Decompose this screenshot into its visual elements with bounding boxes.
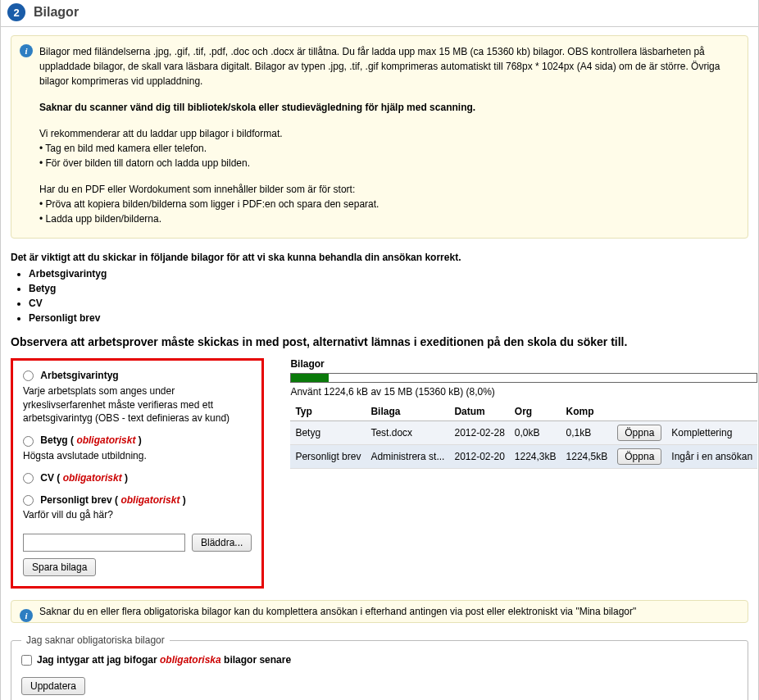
- radio-personligt-brev[interactable]: [23, 495, 34, 506]
- required-item: CV: [29, 296, 748, 311]
- required-item: Betyg: [29, 281, 748, 296]
- col-bilaga: Bilaga: [366, 402, 449, 421]
- complement-info-text: Saknar du en eller flera obligatoriska b…: [39, 606, 636, 617]
- col-datum: Datum: [449, 402, 509, 421]
- cell-typ: Personligt brev: [290, 445, 366, 469]
- upload-panel: Arbetsgivarintyg Varje arbetsplats som a…: [11, 358, 264, 589]
- col-typ: Typ: [290, 402, 366, 421]
- option-title: Betyg: [40, 434, 67, 446]
- option-title: Arbetsgivarintyg: [40, 370, 118, 381]
- update-button[interactable]: Uppdatera: [21, 677, 85, 695]
- file-path-input[interactable]: [23, 534, 185, 552]
- section-title: Bilagor: [34, 5, 79, 20]
- required-intro: Det är viktigt att du skickar in följand…: [11, 252, 461, 263]
- cell-status: Komplettering: [666, 421, 757, 445]
- required-attachments: Det är viktigt att du skickar in följand…: [11, 250, 748, 325]
- info-icon: i: [20, 44, 33, 57]
- upload-option: CV ( obligatoriskt ): [23, 471, 252, 485]
- open-button[interactable]: Öppna: [617, 448, 661, 465]
- info-recommend: Vi rekommenderar att du laddar upp bilag…: [39, 126, 738, 170]
- cell-typ: Betyg: [290, 421, 366, 445]
- cell-bilaga: Administrera st...: [366, 445, 449, 469]
- upload-option: Personligt brev ( obligatoriskt ) Varför…: [23, 493, 252, 523]
- info-scanner-note: Saknar du scanner vänd dig till bibliote…: [39, 100, 738, 115]
- cell-status: Ingår i en ansökan: [666, 445, 757, 469]
- required-item: Arbetsgivarintyg: [29, 266, 748, 281]
- save-attachment-button[interactable]: Spara bilaga: [23, 558, 96, 576]
- option-title: CV: [40, 472, 54, 484]
- radio-arbetsgivarintyg[interactable]: [23, 370, 34, 381]
- cell-datum: 2012-02-28: [449, 421, 509, 445]
- cell-komp: 1224,5kB: [561, 445, 613, 469]
- option-title: Personligt brev: [40, 494, 111, 506]
- radio-betyg[interactable]: [23, 436, 34, 447]
- info-box: i Bilagor med filändelserna .jpg, .gif, …: [11, 35, 748, 239]
- open-button[interactable]: Öppna: [617, 425, 661, 441]
- section-header: 2 Bilagor: [1, 0, 758, 27]
- option-desc: Varför vill du gå här?: [23, 508, 252, 522]
- cell-org: 1224,3kB: [510, 445, 561, 469]
- obligatory-label: obligatoriskt: [63, 472, 122, 484]
- missing-attachments-fieldset: Jag saknar obligatoriska bilagor Jag int…: [11, 634, 748, 700]
- table-row: Personligt brev Administrera st... 2012-…: [290, 445, 757, 469]
- col-komp: Komp: [561, 402, 613, 421]
- upload-option: Betyg ( obligatoriskt ) Högsta avslutade…: [23, 434, 252, 463]
- attachments-table: Typ Bilaga Datum Org Komp Betyg Test.d: [290, 402, 757, 469]
- fieldset-legend: Jag saknar obligatoriska bilagor: [21, 634, 170, 646]
- usage-progressbar: [290, 373, 757, 383]
- option-desc: Varje arbetsplats som anges under yrkesl…: [23, 384, 252, 425]
- cell-komp: 0,1kB: [561, 421, 613, 445]
- observe-note: Observera att arbetsprover måste skickas…: [11, 335, 748, 348]
- info-icon: i: [20, 609, 33, 622]
- cell-bilaga: Test.docx: [366, 421, 449, 445]
- col-org: Org: [510, 402, 561, 421]
- info-pdf-tip: Har du en PDF eller Wordokument som inne…: [39, 182, 738, 226]
- table-row: Betyg Test.docx 2012-02-28 0,0kB 0,1kB Ö…: [290, 421, 757, 445]
- upload-option: Arbetsgivarintyg Varje arbetsplats som a…: [23, 369, 252, 425]
- complement-info-box: i Saknar du en eller flera obligatoriska…: [11, 600, 748, 623]
- browse-button[interactable]: Bläddra...: [192, 534, 252, 552]
- obligatory-label: obligatoriskt: [120, 494, 180, 506]
- radio-cv[interactable]: [23, 473, 34, 484]
- cell-org: 0,0kB: [510, 421, 561, 445]
- attachments-table-panel: Bilagor Använt 1224,6 kB av 15 MB (15360…: [290, 358, 757, 589]
- table-title: Bilagor: [290, 358, 757, 370]
- option-desc: Högsta avslutade utbildning.: [23, 449, 252, 463]
- usage-text: Använt 1224,6 kB av 15 MB (15360 kB) (8,…: [290, 386, 757, 398]
- confirm-later-checkbox[interactable]: [21, 655, 32, 666]
- step-number-badge: 2: [7, 3, 25, 21]
- required-item: Personligt brev: [29, 311, 748, 325]
- confirm-later-label: Jag intygar att jag bifogar obligatorisk…: [37, 654, 291, 666]
- obligatory-label: obligatoriskt: [76, 434, 135, 446]
- cell-datum: 2012-02-20: [449, 445, 509, 469]
- info-paragraph: Bilagor med filändelserna .jpg, .gif, .t…: [39, 44, 738, 89]
